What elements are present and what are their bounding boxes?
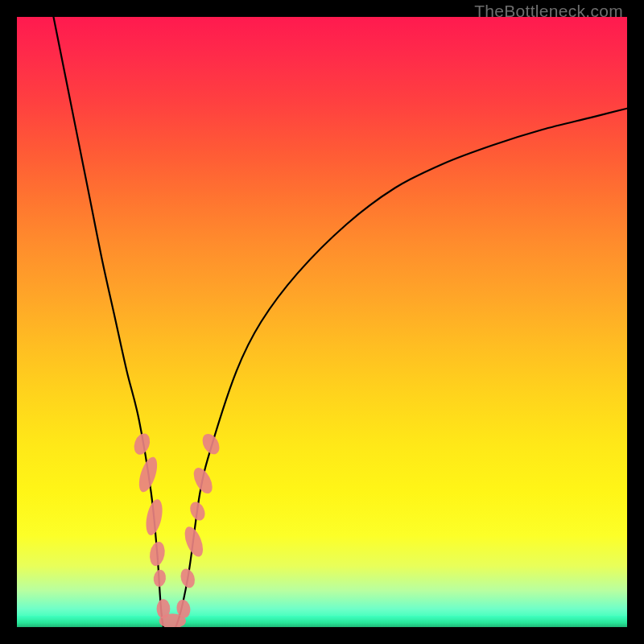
curve-marker <box>190 464 216 496</box>
curve-marker <box>179 567 197 589</box>
curve-marker <box>152 569 167 588</box>
curve-marker <box>135 455 160 494</box>
curve-marker <box>199 431 222 457</box>
chart-frame <box>17 17 627 627</box>
curve-marker <box>143 497 165 536</box>
curve-marker <box>181 524 207 559</box>
bottleneck-curve <box>53 17 627 627</box>
chart-svg <box>17 17 627 627</box>
curve-marker <box>148 541 167 568</box>
curve-marker <box>131 431 152 457</box>
curve-markers <box>131 431 223 627</box>
curve-marker <box>188 499 208 522</box>
